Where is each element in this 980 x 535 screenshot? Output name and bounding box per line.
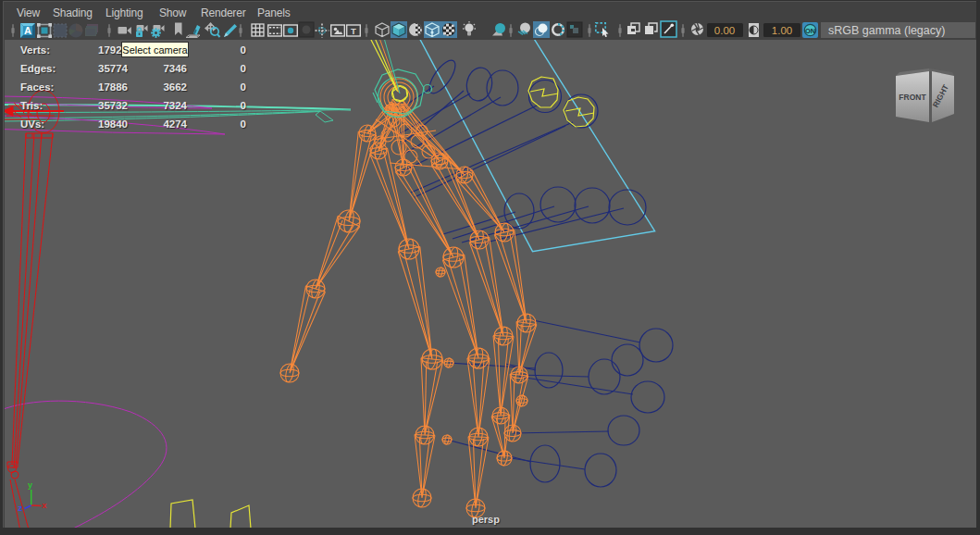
svg-text:0.00: 0.00 <box>714 25 735 36</box>
svg-text:z: z <box>19 504 23 513</box>
svg-text:FRONT: FRONT <box>899 93 926 102</box>
svg-text:A: A <box>24 25 31 36</box>
svg-text:y: y <box>28 480 32 490</box>
svg-text:1.00: 1.00 <box>772 25 792 36</box>
svg-text:sRGB gamma (legacy): sRGB gamma (legacy) <box>828 24 945 37</box>
svg-text:T: T <box>351 26 356 36</box>
svg-text:x: x <box>43 501 47 510</box>
svg-text:ON: ON <box>805 27 815 35</box>
